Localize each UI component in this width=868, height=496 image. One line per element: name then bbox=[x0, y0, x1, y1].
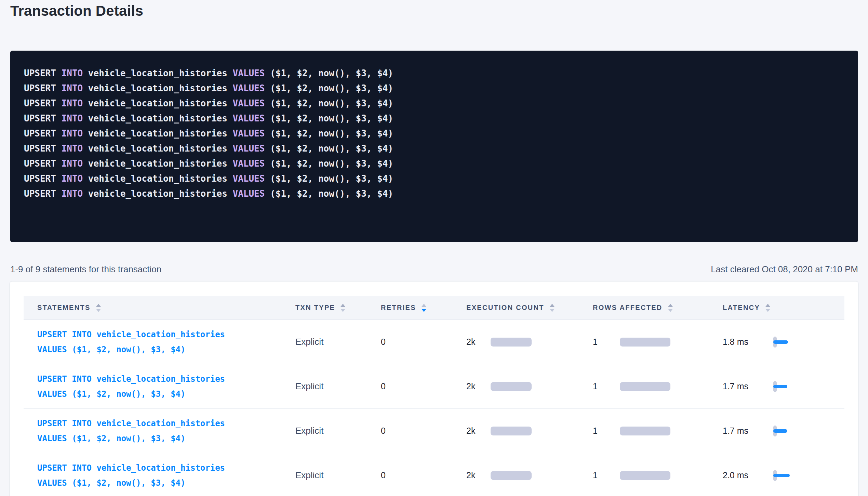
sort-icons bbox=[550, 304, 555, 312]
retries-value: 0 bbox=[381, 426, 386, 436]
sql-keyword-token: VALUES bbox=[233, 143, 270, 154]
execution-count-bar bbox=[491, 338, 532, 347]
sql-text-token: ($1, $2, now(), $3, $4) bbox=[270, 128, 393, 139]
page-title: Transaction Details bbox=[10, 3, 143, 19]
sql-keyword-token: VALUES bbox=[233, 68, 270, 78]
sql-keyword-token: VALUES bbox=[233, 113, 270, 123]
sql-text-token: vehicle_location_histories bbox=[88, 98, 233, 108]
column-header-latency[interactable]: LATENCY bbox=[709, 304, 844, 312]
last-cleared-text: Last cleared Oct 08, 2020 at 7:10 PM bbox=[711, 264, 858, 275]
execution-count-cell: 2k bbox=[453, 337, 579, 347]
txn-type-value: Explicit bbox=[295, 381, 323, 392]
retries-cell: 0 bbox=[367, 337, 453, 347]
sql-text-token: vehicle_location_histories bbox=[88, 68, 233, 78]
latency-cell: 1.7 ms bbox=[709, 379, 844, 394]
statements-count-text: 1-9 of 9 statements for this transaction bbox=[10, 264, 161, 275]
latency-cell: 1.7 ms bbox=[709, 423, 844, 439]
sql-keyword-token: VALUES bbox=[233, 98, 270, 108]
statement-cell: UPSERT INTO vehicle_location_histories V… bbox=[24, 371, 282, 402]
sql-keyword-token: INTO bbox=[62, 173, 88, 184]
latency-bar bbox=[773, 385, 787, 388]
sort-icons bbox=[96, 304, 101, 312]
sort-icons bbox=[668, 304, 673, 312]
table-row: UPSERT INTO vehicle_location_histories V… bbox=[24, 320, 844, 364]
execution-count-value: 2k bbox=[466, 470, 491, 480]
statement-link[interactable]: UPSERT INTO vehicle_location_histories V… bbox=[37, 327, 253, 357]
sql-statement-line: UPSERT INTO vehicle_location_histories V… bbox=[24, 66, 844, 81]
statement-link[interactable]: UPSERT INTO vehicle_location_histories V… bbox=[37, 416, 253, 446]
sql-keyword-token: VALUES bbox=[233, 158, 270, 169]
sort-icons bbox=[765, 304, 770, 312]
sort-desc-icon bbox=[96, 309, 101, 312]
sql-statement-line: UPSERT INTO vehicle_location_histories V… bbox=[24, 171, 844, 186]
sql-text-token: vehicle_location_histories bbox=[88, 83, 233, 93]
retries-cell: 0 bbox=[367, 470, 453, 480]
column-header-statements[interactable]: STATEMENTS bbox=[24, 304, 282, 312]
sort-asc-icon bbox=[550, 304, 555, 307]
latency-bar bbox=[773, 429, 787, 433]
sql-text-token: ($1, $2, now(), $3, $4) bbox=[270, 173, 393, 184]
statements-table-card: STATEMENTS TXN TYPE RETRIES EXECUTION CO… bbox=[10, 282, 858, 496]
rows-affected-bar bbox=[620, 382, 670, 391]
table-header-row: STATEMENTS TXN TYPE RETRIES EXECUTION CO… bbox=[24, 296, 844, 320]
latency-value: 1.8 ms bbox=[723, 337, 773, 347]
column-header-execution-count[interactable]: EXECUTION COUNT bbox=[453, 304, 579, 312]
sql-text-token: ($1, $2, now(), $3, $4) bbox=[270, 83, 393, 93]
retries-cell: 0 bbox=[367, 426, 453, 436]
rows-affected-value: 1 bbox=[593, 470, 620, 480]
summary-row: 1-9 of 9 statements for this transaction… bbox=[10, 262, 858, 277]
sort-icons bbox=[422, 304, 426, 312]
sql-text-token: ($1, $2, now(), $3, $4) bbox=[270, 158, 393, 169]
column-header-label: ROWS AFFECTED bbox=[593, 304, 663, 312]
sql-text-token: UPSERT bbox=[24, 173, 62, 184]
sql-text-token: UPSERT bbox=[24, 113, 62, 123]
statements-table: STATEMENTS TXN TYPE RETRIES EXECUTION CO… bbox=[24, 296, 844, 496]
sql-keyword-token: VALUES bbox=[233, 188, 270, 199]
sort-asc-icon bbox=[340, 304, 345, 307]
column-header-txn-type[interactable]: TXN TYPE bbox=[282, 304, 367, 312]
column-header-label: STATEMENTS bbox=[37, 304, 91, 312]
sql-statement-line: UPSERT INTO vehicle_location_histories V… bbox=[24, 126, 844, 141]
sql-statement-line: UPSERT INTO vehicle_location_histories V… bbox=[24, 186, 844, 201]
sql-text-token: UPSERT bbox=[24, 158, 62, 169]
retries-cell: 0 bbox=[367, 381, 453, 391]
sql-text-token: vehicle_location_histories bbox=[88, 173, 233, 184]
execution-count-bar bbox=[491, 382, 532, 391]
rows-affected-cell: 1 bbox=[579, 337, 709, 347]
sql-keyword-token: VALUES bbox=[233, 128, 270, 139]
sql-text-token: ($1, $2, now(), $3, $4) bbox=[270, 143, 393, 154]
execution-count-bar bbox=[491, 427, 532, 435]
txn-type-value: Explicit bbox=[295, 337, 323, 347]
table-body: UPSERT INTO vehicle_location_histories V… bbox=[24, 320, 844, 496]
execution-count-bar bbox=[491, 471, 532, 480]
table-row: UPSERT INTO vehicle_location_histories V… bbox=[24, 409, 844, 453]
column-header-label: LATENCY bbox=[723, 304, 760, 312]
sql-text-token: vehicle_location_histories bbox=[88, 143, 233, 154]
latency-value: 1.7 ms bbox=[723, 426, 773, 436]
latency-chart bbox=[773, 468, 797, 483]
latency-cell: 1.8 ms bbox=[709, 335, 844, 350]
rows-affected-bar bbox=[620, 471, 670, 480]
column-header-rows-affected[interactable]: ROWS AFFECTED bbox=[579, 304, 709, 312]
statement-link[interactable]: UPSERT INTO vehicle_location_histories V… bbox=[37, 460, 253, 491]
retries-value: 0 bbox=[381, 470, 386, 480]
sql-text-token: UPSERT bbox=[24, 188, 62, 199]
statement-link[interactable]: UPSERT INTO vehicle_location_histories V… bbox=[37, 371, 253, 402]
column-header-label: RETRIES bbox=[381, 304, 416, 312]
sql-text-token: vehicle_location_histories bbox=[88, 188, 233, 199]
txn-type-cell: Explicit bbox=[282, 381, 367, 392]
rows-affected-value: 1 bbox=[593, 426, 620, 436]
sql-statement-line: UPSERT INTO vehicle_location_histories V… bbox=[24, 96, 844, 111]
sort-desc-icon bbox=[765, 309, 770, 312]
txn-type-cell: Explicit bbox=[282, 426, 367, 436]
rows-affected-cell: 1 bbox=[579, 381, 709, 391]
rows-affected-cell: 1 bbox=[579, 470, 709, 480]
txn-type-value: Explicit bbox=[295, 470, 323, 481]
latency-bar bbox=[773, 474, 790, 477]
sql-text-token: UPSERT bbox=[24, 128, 62, 139]
txn-type-cell: Explicit bbox=[282, 337, 367, 347]
column-header-retries[interactable]: RETRIES bbox=[367, 304, 453, 312]
sql-text-token: UPSERT bbox=[24, 143, 62, 154]
sql-statement-line: UPSERT INTO vehicle_location_histories V… bbox=[24, 141, 844, 156]
sql-keyword-token: INTO bbox=[62, 68, 88, 78]
